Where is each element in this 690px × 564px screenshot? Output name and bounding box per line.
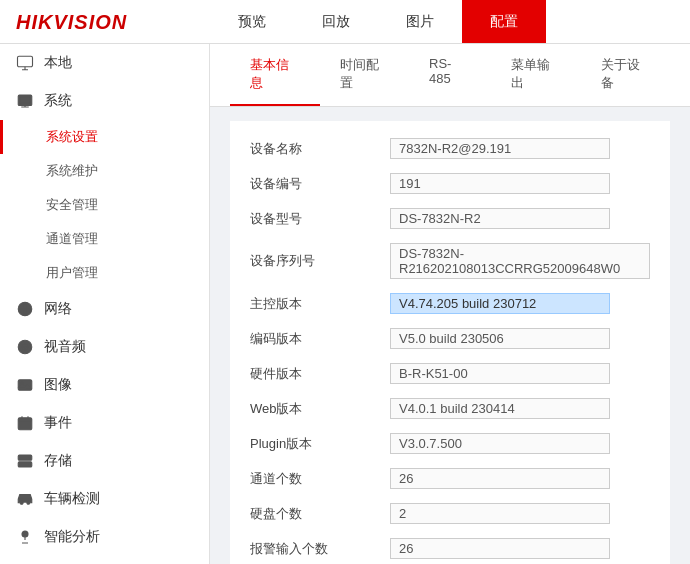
info-label-device-model: 设备型号	[250, 210, 390, 228]
info-value-channel-count: 26	[390, 468, 610, 489]
info-value-device-id: 191	[390, 173, 610, 194]
svg-point-8	[21, 382, 23, 384]
sidebar-sub-item-system-maintain[interactable]: 系统维护	[0, 154, 209, 188]
vehicle-icon	[16, 490, 34, 508]
sidebar-sub-item-system-settings[interactable]: 系统设置	[0, 120, 209, 154]
sidebar-item-local[interactable]: 本地	[0, 44, 209, 82]
info-row-disk-count: 硬盘个数2	[230, 496, 670, 531]
info-row-channel-count: 通道个数26	[230, 461, 670, 496]
info-label-alarm-input: 报警输入个数	[250, 540, 390, 558]
info-value-hw-version: B-R-K51-00	[390, 363, 610, 384]
info-label-web-version: Web版本	[250, 400, 390, 418]
sidebar-sub-item-user-mgmt[interactable]: 用户管理	[0, 256, 209, 290]
info-value-main-version: V4.74.205 build 230712	[390, 293, 610, 314]
info-row-hw-version: 硬件版本B-R-K51-00	[230, 356, 670, 391]
top-nav-items: 预览回放图片配置	[210, 0, 690, 43]
network-icon	[16, 300, 34, 318]
info-row-device-model: 设备型号DS-7832N-R2	[230, 201, 670, 236]
svg-rect-2	[20, 97, 31, 103]
sidebar: 本地系统系统设置系统维护安全管理通道管理用户管理网络视音频图像事件存储车辆检测智…	[0, 44, 210, 564]
sidebar-item-label-system: 系统	[44, 92, 72, 110]
info-value-device-model: DS-7832N-R2	[390, 208, 610, 229]
sidebar-item-network[interactable]: 网络	[0, 290, 209, 328]
sidebar-item-label-storage: 存储	[44, 452, 72, 470]
svg-point-12	[29, 457, 31, 459]
system-icon	[16, 92, 34, 110]
sidebar-item-label-network: 网络	[44, 300, 72, 318]
content-area: 基本信息时间配置RS-485菜单输出关于设备 设备名称7832N-R2@29.1…	[210, 44, 690, 564]
nav-item-playback[interactable]: 回放	[294, 0, 378, 43]
info-value-encode-version: V5.0 build 230506	[390, 328, 610, 349]
image-icon	[16, 376, 34, 394]
info-row-main-version: 主控版本V4.74.205 build 230712	[230, 286, 670, 321]
info-row-device-name: 设备名称7832N-R2@29.191	[230, 131, 670, 166]
info-label-plugin-version: Plugin版本	[250, 435, 390, 453]
sidebar-item-label-image: 图像	[44, 376, 72, 394]
info-value-web-version: V4.0.1 build 230414	[390, 398, 610, 419]
svg-point-6	[24, 346, 26, 348]
video-icon	[16, 338, 34, 356]
svg-point-15	[27, 501, 30, 504]
info-value-alarm-input: 26	[390, 538, 610, 559]
info-row-device-serial: 设备序列号DS-7832N-R216202108013CCRRG52009648…	[230, 236, 670, 286]
info-row-device-id: 设备编号191	[230, 166, 670, 201]
sidebar-item-label-video: 视音频	[44, 338, 86, 356]
sidebar-item-vehicle[interactable]: 车辆检测	[0, 480, 209, 518]
nav-item-preview[interactable]: 预览	[210, 0, 294, 43]
info-label-device-serial: 设备序列号	[250, 252, 390, 270]
info-row-encode-version: 编码版本V5.0 build 230506	[230, 321, 670, 356]
event-icon	[16, 414, 34, 432]
svg-rect-9	[18, 418, 32, 430]
info-value-device-serial: DS-7832N-R216202108013CCRRG52009648W0	[390, 243, 650, 279]
info-label-device-id: 设备编号	[250, 175, 390, 193]
info-label-device-name: 设备名称	[250, 140, 390, 158]
tab-rs485[interactable]: RS-485	[409, 44, 491, 106]
sidebar-sub-item-security-mgmt[interactable]: 安全管理	[0, 188, 209, 222]
sidebar-sub-item-channel-mgmt[interactable]: 通道管理	[0, 222, 209, 256]
nav-item-picture[interactable]: 图片	[378, 0, 462, 43]
svg-point-13	[29, 464, 31, 466]
info-row-alarm-input: 报警输入个数26	[230, 531, 670, 564]
sidebar-item-label-vehicle: 车辆检测	[44, 490, 100, 508]
sidebar-item-storage[interactable]: 存储	[0, 442, 209, 480]
info-panel: 设备名称7832N-R2@29.191设备编号191设备型号DS-7832N-R…	[230, 121, 670, 564]
monitor-icon	[16, 54, 34, 72]
logo-text: HIKVISION	[16, 9, 127, 35]
info-label-encode-version: 编码版本	[250, 330, 390, 348]
info-label-hw-version: 硬件版本	[250, 365, 390, 383]
logo-area: HIKVISION	[0, 9, 210, 35]
intelligent-icon	[16, 528, 34, 546]
tab-about[interactable]: 关于设备	[581, 44, 671, 106]
info-label-channel-count: 通道个数	[250, 470, 390, 488]
info-row-plugin-version: Plugin版本V3.0.7.500	[230, 426, 670, 461]
tab-menu-output[interactable]: 菜单输出	[491, 44, 581, 106]
sidebar-item-label-event: 事件	[44, 414, 72, 432]
tab-bar: 基本信息时间配置RS-485菜单输出关于设备	[210, 44, 690, 107]
info-value-disk-count: 2	[390, 503, 610, 524]
sidebar-item-label-local: 本地	[44, 54, 72, 72]
info-value-device-name: 7832N-R2@29.191	[390, 138, 610, 159]
sidebar-item-intelligent[interactable]: 智能分析	[0, 518, 209, 556]
svg-rect-0	[18, 56, 33, 67]
sidebar-item-system[interactable]: 系统	[0, 82, 209, 120]
sidebar-item-label-intelligent: 智能分析	[44, 528, 100, 546]
tab-time[interactable]: 时间配置	[320, 44, 410, 106]
info-label-disk-count: 硬盘个数	[250, 505, 390, 523]
sidebar-item-video[interactable]: 视音频	[0, 328, 209, 366]
info-label-main-version: 主控版本	[250, 295, 390, 313]
sidebar-item-event[interactable]: 事件	[0, 404, 209, 442]
storage-icon	[16, 452, 34, 470]
sidebar-item-image[interactable]: 图像	[0, 366, 209, 404]
info-value-plugin-version: V3.0.7.500	[390, 433, 610, 454]
nav-item-config[interactable]: 配置	[462, 0, 546, 43]
info-row-web-version: Web版本V4.0.1 build 230414	[230, 391, 670, 426]
svg-point-14	[20, 501, 23, 504]
tab-basic[interactable]: 基本信息	[230, 44, 320, 106]
